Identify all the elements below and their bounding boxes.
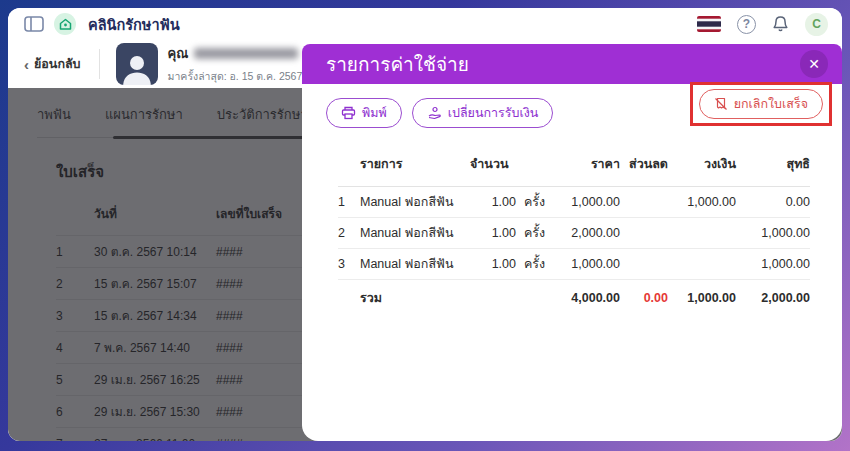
expenses-modal: รายการค่าใช้จ่าย ✕ พิมพ์ เปลี่ยนการรับเง… (302, 44, 842, 441)
cell-price: 2,000.00 (550, 226, 620, 240)
total-net: 2,000.00 (736, 291, 810, 305)
hand-coin-icon (427, 106, 442, 120)
modal-title: รายการค่าใช้จ่าย (326, 49, 469, 79)
cell-net: 0.00 (736, 195, 810, 209)
close-icon[interactable]: ✕ (800, 50, 828, 78)
cell-item: Manual ฟอกสีฟัน (360, 223, 470, 243)
cell-price: 1,000.00 (550, 195, 620, 209)
cell-item: Manual ฟอกสีฟัน (360, 192, 470, 212)
total-price: 4,000.00 (550, 291, 620, 305)
cell-unit: ครั้ง (516, 254, 550, 274)
print-label: พิมพ์ (362, 103, 387, 123)
cell-net: 1,000.00 (736, 257, 810, 271)
divider (99, 49, 100, 79)
modal-toolbar: พิมพ์ เปลี่ยนการรับเงิน ยกเลิกใบเสร็จ (302, 84, 842, 128)
expense-total-row: รวม 4,000.00 0.00 1,000.00 2,000.00 (338, 280, 810, 316)
expense-row: 1 Manual ฟอกสีฟัน 1.00 ครั้ง 1,000.00 1,… (338, 187, 810, 218)
cell-unit: ครั้ง (516, 223, 550, 243)
help-icon[interactable]: ? (737, 15, 756, 34)
expense-table: รายการ จำนวน ราคา ส่วนลด วงเงิน สุทธิ 1 … (338, 154, 810, 316)
change-payment-button[interactable]: เปลี่ยนการรับเงิน (412, 98, 554, 128)
patient-name-redacted (194, 48, 298, 59)
cell-qty: 1.00 (470, 226, 516, 240)
col-net: สุทธิ (736, 154, 810, 174)
cell-unit: ครั้ง (516, 192, 550, 212)
cancel-receipt-icon (714, 97, 728, 111)
col-qty: จำนวน (470, 154, 550, 174)
cell-qty: 1.00 (470, 257, 516, 271)
total-discount: 0.00 (620, 291, 668, 305)
change-payment-label: เปลี่ยนการรับเงิน (448, 103, 539, 123)
col-price: ราคา (550, 154, 620, 174)
cancel-receipt-button[interactable]: ยกเลิกใบเสร็จ (699, 89, 823, 119)
cell-no: 2 (338, 226, 360, 240)
patient-avatar (116, 43, 158, 85)
annotation-highlight-box: ยกเลิกใบเสร็จ (690, 82, 832, 126)
app-window: คลินิกรักษาฟัน ? C ‹ ย้อนกลับ คุณ ม่ (8, 8, 842, 441)
total-credit: 1,000.00 (668, 291, 736, 305)
col-discount: ส่วนลด (620, 154, 668, 174)
cell-net: 1,000.00 (736, 226, 810, 240)
cell-credit: 1,000.00 (668, 195, 736, 209)
app-title: คลินิกรักษาฟัน (88, 13, 180, 36)
expense-row: 2 Manual ฟอกสีฟัน 1.00 ครั้ง 2,000.00 1,… (338, 218, 810, 249)
cell-no: 3 (338, 257, 360, 271)
modal-header: รายการค่าใช้จ่าย ✕ (302, 44, 842, 84)
patient-name-prefix: คุณ (168, 43, 189, 64)
printer-icon (341, 106, 356, 120)
cancel-receipt-label: ยกเลิกใบเสร็จ (734, 94, 808, 114)
cell-price: 1,000.00 (550, 257, 620, 271)
expense-table-header: รายการ จำนวน ราคา ส่วนลด วงเงิน สุทธิ (338, 154, 810, 187)
col-credit: วงเงิน (668, 154, 736, 174)
thai-flag-icon[interactable] (697, 16, 721, 32)
cell-qty: 1.00 (470, 195, 516, 209)
home-icon[interactable] (54, 13, 76, 35)
chevron-left-icon: ‹ (24, 57, 29, 72)
back-button[interactable]: ‹ ย้อนกลับ (24, 54, 81, 74)
total-label: รวม (360, 288, 470, 308)
cell-no: 1 (338, 195, 360, 209)
col-item: รายการ (360, 154, 470, 174)
top-bar: คลินิกรักษาฟัน ? C (8, 8, 842, 40)
back-label: ย้อนกลับ (34, 54, 81, 74)
expense-row: 3 Manual ฟอกสีฟัน 1.00 ครั้ง 1,000.00 1,… (338, 249, 810, 280)
print-button[interactable]: พิมพ์ (326, 98, 402, 128)
sidebar-toggle-icon[interactable] (24, 16, 44, 32)
user-avatar[interactable]: C (805, 13, 828, 36)
cell-item: Manual ฟอกสีฟัน (360, 254, 470, 274)
notifications-bell-icon[interactable] (772, 15, 789, 33)
